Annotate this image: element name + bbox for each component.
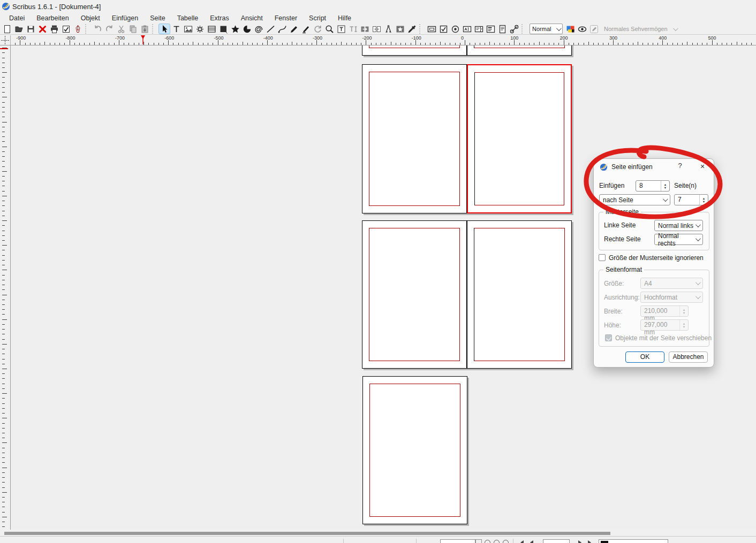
menu-script[interactable]: Script [303,13,332,23]
page-margins [369,72,460,206]
scrollbar-thumb[interactable] [4,532,610,535]
document-page[interactable] [467,220,572,369]
horizontal-scrollbar[interactable] [0,530,756,536]
menu-einfgen[interactable]: Einfügen [106,13,144,23]
zoom-level-spinbox[interactable] [440,539,475,543]
insert-shape-icon[interactable] [217,24,229,34]
spin-buttons[interactable]: ▲▼ [699,195,708,205]
insert-render-frame-icon[interactable] [194,24,206,34]
layer-select[interactable] [599,539,668,543]
save-document-icon[interactable] [25,24,36,34]
close-document-icon[interactable] [36,24,48,34]
color-management-icon[interactable] [564,24,576,34]
copy-icon[interactable] [127,24,139,34]
eye-dropper-icon[interactable] [406,24,418,34]
insert-arc-icon[interactable] [241,24,253,34]
pdf-list-box-icon[interactable] [485,24,496,34]
insert-count-spinbox[interactable]: 8 ▲▼ [636,180,670,192]
vertical-ruler[interactable] [0,45,11,530]
menu-ansicht[interactable]: Ansicht [235,13,269,23]
page-spread [362,64,572,213]
ruler-origin-button[interactable] [0,35,11,45]
edit-contents-icon[interactable] [335,24,347,34]
pdf-push-button-icon[interactable] [426,24,437,34]
unlink-text-frames-icon[interactable] [371,24,382,34]
pdf-link-annotation-icon[interactable] [508,24,520,34]
menu-tabelle[interactable]: Tabelle [171,13,205,23]
insert-freehand-line-icon[interactable] [288,24,300,34]
insert-text-frame-icon[interactable] [170,24,182,34]
pdf-text-field-icon[interactable] [461,24,473,34]
first-page-button[interactable] [520,540,524,543]
insert-calligraphic-line-icon[interactable] [300,24,312,34]
document-page[interactable] [362,376,467,524]
current-page[interactable] [467,64,572,213]
pdf-check-box-icon[interactable] [437,24,449,34]
new-document-icon[interactable] [1,24,13,34]
preflight-verifier-icon[interactable] [60,24,72,34]
menu-fenster[interactable]: Fenster [269,13,303,23]
page-number-spinbox[interactable] [543,539,570,543]
preview-mode-eye-icon[interactable] [576,24,588,34]
link-text-frames-icon[interactable] [359,24,371,34]
edit-text-story-editor-icon[interactable] [347,24,359,34]
insert-spiral-icon[interactable] [253,24,264,34]
ok-button[interactable]: OK [625,351,664,363]
previous-page-button[interactable] [530,540,533,543]
menu-seite[interactable]: Seite [144,13,171,23]
image-quality-select[interactable]: Normal [530,24,563,34]
cut-icon[interactable] [115,24,127,34]
insert-bezier-curve-icon[interactable] [276,24,288,34]
statusbar-separator [416,539,417,543]
measurements-icon[interactable] [382,24,394,34]
title-bar: Scribus 1.6.1 - [Dokument-4] [0,0,756,13]
print-document-icon[interactable] [48,24,60,34]
menu-bearbeiten[interactable]: Bearbeiten [31,13,74,23]
insert-table-icon[interactable] [206,24,217,34]
insert-polygon-icon[interactable] [229,24,241,34]
left-page-select[interactable]: Normal links [654,220,703,231]
right-page-select[interactable]: Normal rechts [654,234,703,245]
dialog-close-button[interactable]: × [695,161,709,172]
undo-icon[interactable] [92,24,103,34]
redo-icon[interactable] [103,24,115,34]
chevron-down-icon [695,236,701,241]
zoom-out-button[interactable] [485,540,490,543]
position-select[interactable]: nach Seite [599,194,670,205]
menu-datei[interactable]: Datei [3,13,31,23]
document-page[interactable] [467,45,572,56]
zoom-in-button[interactable] [503,540,509,543]
spin-buttons[interactable]: ▲▼ [661,181,669,191]
open-document-icon[interactable] [13,24,25,34]
select-item-icon[interactable] [158,24,170,34]
ruler-cursor-marker-x [141,35,145,39]
pdf-radio-button-icon[interactable] [449,24,461,34]
rotate-item-icon[interactable] [312,24,323,34]
menu-hilfe[interactable]: Hilfe [332,13,357,23]
paste-icon[interactable] [139,24,150,34]
menu-objekt[interactable]: Objekt [75,13,106,23]
left-page-label: Linke Seite [604,221,636,229]
document-page[interactable] [362,45,467,56]
copy-item-properties-icon[interactable] [394,24,406,34]
ignore-masterpage-size-checkbox[interactable] [599,254,606,261]
next-page-button[interactable] [578,540,581,543]
zoom-100-button[interactable] [494,540,500,543]
document-page[interactable] [362,64,467,213]
horizontal-ruler[interactable]: -900-800-700-600-500-400-300-200-1000100… [11,35,756,45]
last-page-button[interactable] [588,540,591,543]
pdf-text-annotation-icon[interactable] [496,24,508,34]
after-page-spinbox[interactable]: 7 ▲▼ [674,194,708,205]
zoom-spin-buttons[interactable] [475,539,482,543]
edit-in-preview-icon [588,24,600,34]
cancel-button[interactable]: Abbrechen [669,351,708,363]
export-pdf-icon[interactable] [72,24,84,34]
pdf-combo-box-icon[interactable] [473,24,485,34]
toolbar-separator [521,24,525,34]
dialog-help-button[interactable]: ? [674,162,686,172]
menu-extras[interactable]: Extras [204,13,235,23]
document-page[interactable] [362,220,467,369]
zoom-icon[interactable] [323,24,335,34]
insert-image-frame-icon[interactable] [182,24,194,34]
insert-line-icon[interactable] [264,24,276,34]
